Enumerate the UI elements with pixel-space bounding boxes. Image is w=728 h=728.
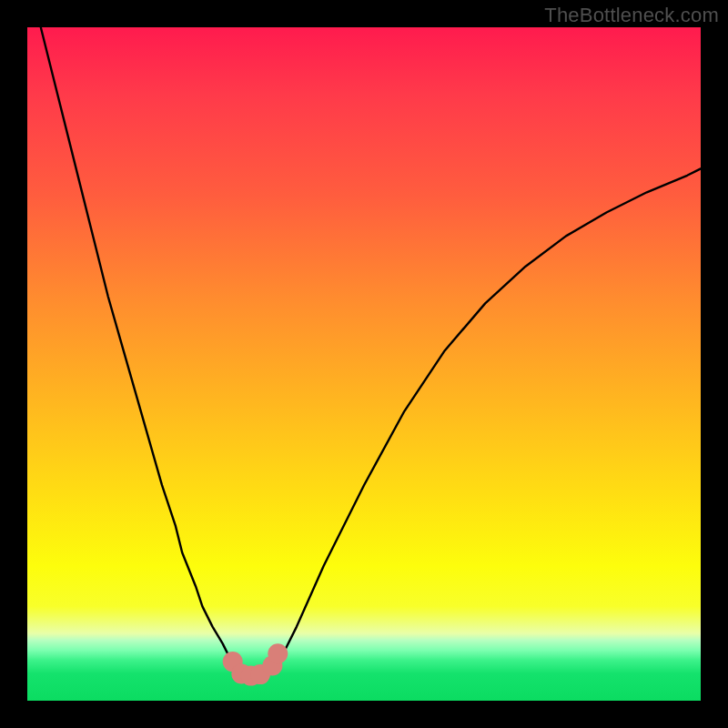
chart-frame: TheBottleneck.com xyxy=(0,0,728,728)
trough-right2 xyxy=(268,643,288,663)
bottleneck-curve xyxy=(41,27,701,676)
curve-layer xyxy=(27,27,701,701)
watermark-text: TheBottleneck.com xyxy=(544,4,719,27)
plot-area xyxy=(27,27,701,701)
trough-markers xyxy=(223,643,288,685)
